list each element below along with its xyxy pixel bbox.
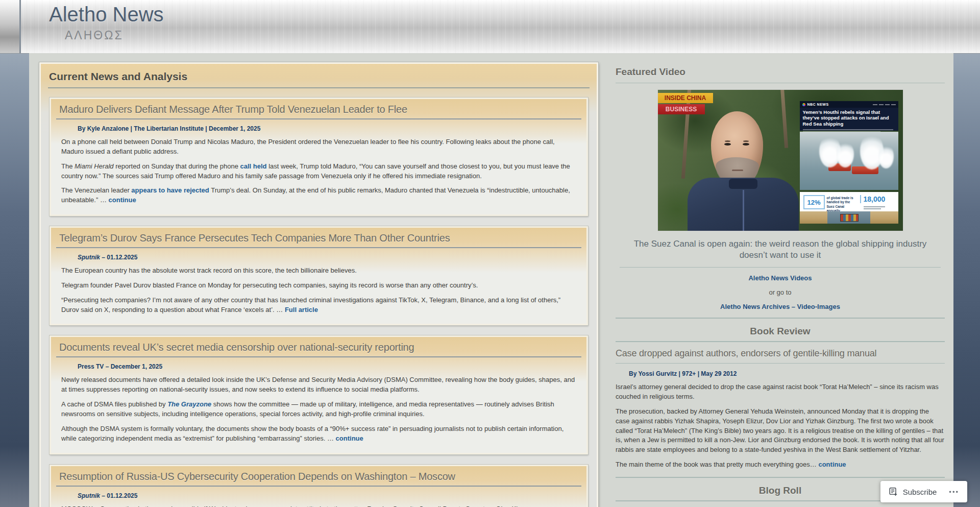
sidebar-divider [616, 318, 945, 319]
site-subtitle: ΑΛΗΘΩΣ [65, 29, 124, 42]
business-label: BUSINESS [658, 104, 705, 114]
explosion-plume [837, 141, 854, 167]
paragraph: The Venezuelan leader appears to have re… [61, 186, 576, 205]
video-links: Aletho News Videos or go to Aletho News … [616, 274, 945, 310]
article-card: Resumption of Russia-US Cybersecurity Co… [50, 465, 588, 507]
content-area: Current News and Analysis Maduro Deliver… [29, 53, 953, 507]
presenter-jacket [688, 178, 799, 231]
site-header: Aletho News ΑΛΗΘΩΣ [0, 0, 980, 54]
ships-count-stat: 18,000 [860, 195, 886, 203]
text-segment: – 01.12.2025 [100, 254, 137, 261]
paragraph: Telegram founder Pavel Durov blasted Fra… [61, 281, 576, 291]
subscribe-button[interactable]: Subscribe ••• [880, 481, 967, 502]
book-review-byline: By Yossi Gurvitz | 972+ | May 29 2012 [629, 370, 945, 377]
book-review-article-title[interactable]: Case dropped against authors, endorsers … [616, 348, 945, 364]
article-card: Maduro Delivers Defiant Message After Tr… [50, 98, 588, 216]
presenter-eye [724, 143, 731, 146]
paragraph: The European country has the absolute wo… [61, 266, 576, 276]
article-body: The European country has the absolute wo… [51, 266, 586, 324]
paragraph: Israel’s attorney general decided to dro… [616, 382, 945, 402]
section-title: Current News and Analysis [48, 68, 590, 88]
ellipsis-menu-icon[interactable]: ••• [949, 488, 959, 496]
current-news-panel: Current News and Analysis Maduro Deliver… [39, 62, 598, 507]
inline-link[interactable]: call held [240, 162, 267, 170]
text-segment: MOSCOW – Cooperation in the area is poss… [61, 505, 556, 507]
or-go-to-text: or go to [616, 288, 945, 296]
paragraph: Although the DSMA system is formally vol… [61, 424, 576, 444]
paragraph: MOSCOW – Cooperation in the area is poss… [61, 504, 576, 507]
article-title[interactable]: Maduro Delivers Defiant Message After Tr… [56, 99, 581, 119]
inline-link[interactable]: The Grayzone [167, 400, 211, 408]
text-segment: A cache of DSMA files published by [61, 400, 167, 408]
paragraph: The Miami Herald reported on Sunday that… [61, 162, 576, 181]
nbc-headline: Yemen’s Houthi rebels signal that they’v… [800, 108, 898, 128]
reader-subscribe-icon [889, 487, 898, 496]
article-byline: Sputnik – 01.12.2025 [78, 254, 586, 261]
nbc-header-bar: NBC NEWS [800, 101, 898, 108]
article-body: Newly released documents have offered a … [51, 375, 586, 452]
text-segment: Telegram founder Pavel Durov blasted Fra… [61, 281, 478, 289]
subscribe-button-label: Subscribe [903, 488, 937, 496]
article-card: Documents reveal UK’s secret media censo… [50, 335, 588, 454]
text-segment: The [61, 162, 75, 170]
presenter-mouth [732, 170, 743, 171]
text-segment: The European country has the absolute wo… [61, 267, 357, 274]
featured-video-thumbnail[interactable]: INSIDE CHINA BUSINESS NBC NEWS Yemen’s H… [657, 89, 903, 231]
canal-photo-strip [800, 211, 898, 224]
nbc-menu-bars [873, 104, 896, 105]
trade-percent-stat: 12% [803, 195, 825, 209]
featured-video-caption: The Suez Canal is open again: the weird … [620, 238, 941, 268]
article-title[interactable]: Documents reveal UK’s secret media censo… [56, 337, 581, 357]
text-segment: Israel’s attorney general decided to dro… [616, 383, 939, 400]
text-segment: Although the DSMA system is formally vol… [61, 425, 564, 442]
presenter-eye [743, 143, 749, 146]
paragraph: The main theme of the book was that pret… [616, 460, 945, 470]
text-segment: Miami Herald [75, 162, 114, 170]
nbc-news-screenshot: NBC NEWS Yemen’s Houthi rebels signal th… [800, 101, 898, 131]
inline-link[interactable]: appears to have rejected [131, 186, 209, 194]
text-segment: reported on Sunday that during the phone [114, 162, 240, 170]
text-segment: On a phone call held between Donald Trum… [61, 138, 555, 155]
aletho-news-archives-link[interactable]: Aletho News Archives – Video-Images [616, 303, 945, 310]
text-segment: The prosecution, backed by Attorney Gene… [616, 407, 944, 453]
article-byline: By Kyle Anzalone | The Libertarian Insti… [78, 125, 586, 132]
red-sea-photo [800, 132, 898, 190]
article-byline: Sputnik – 01.12.2025 [78, 492, 586, 499]
article-title[interactable]: Telegram’s Durov Says France Persecutes … [56, 228, 581, 248]
sidebar: Featured Video INSIDE CHINA BUSINESS NBC… [616, 66, 945, 507]
text-segment: Press TV – December 1, 2025 [78, 363, 162, 370]
book-review-title: Book Review [616, 326, 945, 342]
nbc-logo-text: NBC NEWS [807, 103, 829, 106]
text-segment: The main theme of the book was that pret… [616, 461, 818, 468]
book-review-body: Israel’s attorney general decided to dro… [616, 382, 945, 470]
text-segment: By Kyle Anzalone | The Libertarian Insti… [78, 125, 260, 132]
article-body: MOSCOW – Cooperation in the area is poss… [51, 504, 586, 507]
inline-link[interactable]: continue [336, 434, 363, 442]
aletho-news-videos-link[interactable]: Aletho News Videos [616, 274, 945, 282]
site-title[interactable]: Aletho News [49, 3, 164, 26]
explosion-plume [878, 144, 894, 168]
paragraph: Newly released documents have offered a … [61, 375, 576, 395]
tree-trunk [780, 89, 788, 148]
text-segment: The Venezuelan leader [61, 186, 131, 194]
sidebar-divider [616, 477, 945, 478]
article-body: On a phone call held between Donald Trum… [51, 137, 586, 214]
inline-link[interactable]: continue [818, 461, 846, 468]
article-title[interactable]: Resumption of Russia-US Cybersecurity Co… [56, 466, 581, 487]
inline-link[interactable]: Full article [285, 306, 318, 313]
suez-infographic: 12% of global trade is handled by the Su… [800, 192, 898, 224]
article-byline: Press TV – December 1, 2025 [78, 363, 586, 370]
article-card: Telegram’s Durov Says France Persecutes … [50, 226, 588, 325]
ships-count-caption-lines [864, 205, 885, 210]
inside-china-label: INSIDE CHINA [658, 93, 713, 103]
trade-percent-caption: of global trade is handled by the Suez C… [827, 196, 857, 213]
text-segment: By Yossi Gurvitz | 972+ | May 29 2012 [629, 370, 737, 377]
paragraph: “Persecuting tech companies? I’m not awa… [61, 296, 576, 315]
paragraph: The prosecution, backed by Attorney Gene… [616, 407, 945, 455]
text-segment: Sputnik [78, 492, 100, 499]
inline-link[interactable]: continue [109, 196, 136, 204]
featured-video-title: Featured Video [616, 66, 945, 83]
paragraph: On a phone call held between Donald Trum… [61, 137, 576, 157]
text-segment: Sputnik [78, 254, 100, 261]
text-segment: Newly released documents have offered a … [61, 376, 575, 393]
